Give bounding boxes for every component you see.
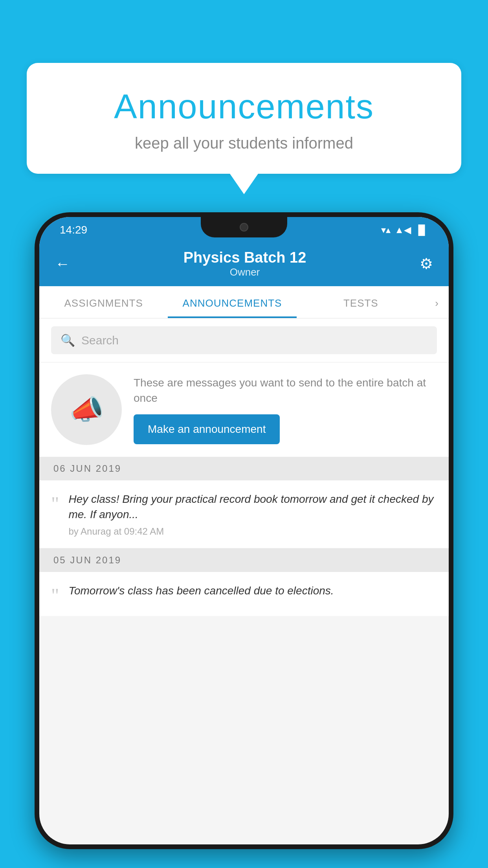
announcement-item-2[interactable]: " Tomorrow's class has been cancelled du…: [39, 572, 449, 616]
promo-right: These are messages you want to send to t…: [134, 375, 437, 444]
phone-screen: 14:29 ▾▴ ▲◀ ▐▌ ← Physics Batch 12 Owner …: [39, 217, 449, 844]
tab-tests[interactable]: TESTS: [297, 286, 425, 318]
wifi-icon: ▾▴: [381, 224, 391, 235]
search-placeholder: Search: [81, 334, 119, 347]
announcement-content-2: Tomorrow's class has been cancelled due …: [68, 583, 437, 602]
promo-description: These are messages you want to send to t…: [134, 375, 437, 406]
date-divider-1: 06 JUN 2019: [39, 457, 449, 480]
tab-assignments[interactable]: ASSIGNMENTS: [39, 286, 168, 318]
settings-icon[interactable]: ⚙: [420, 255, 433, 272]
back-button[interactable]: ←: [55, 256, 70, 272]
make-announcement-button[interactable]: Make an announcement: [134, 414, 280, 444]
camera: [240, 223, 248, 232]
phone-frame: 14:29 ▾▴ ▲◀ ▐▌ ← Physics Batch 12 Owner …: [35, 212, 453, 849]
status-time: 14:29: [60, 224, 87, 236]
battery-icon: ▐▌: [415, 224, 428, 235]
app-header: ← Physics Batch 12 Owner ⚙: [39, 240, 449, 286]
announcement-meta-1: by Anurag at 09:42 AM: [68, 526, 437, 537]
megaphone-icon: 📣: [51, 374, 122, 445]
header-center: Physics Batch 12 Owner: [183, 249, 306, 278]
announcement-text-2: Tomorrow's class has been cancelled due …: [68, 583, 437, 598]
announcement-content-1: Hey class! Bring your practical record b…: [68, 491, 437, 537]
header-subtitle: Owner: [183, 266, 306, 278]
phone-notch: [201, 217, 287, 237]
bubble-title: Announcements: [46, 86, 442, 127]
search-container: 🔍 Search: [39, 318, 449, 362]
date-divider-2: 05 JUN 2019: [39, 548, 449, 572]
search-box[interactable]: 🔍 Search: [51, 326, 437, 354]
tab-more[interactable]: ›: [425, 286, 449, 318]
tab-announcements[interactable]: ANNOUNCEMENTS: [168, 286, 296, 318]
header-title: Physics Batch 12: [183, 249, 306, 266]
quote-icon-1: ": [51, 494, 59, 513]
tabs-bar: ASSIGNMENTS ANNOUNCEMENTS TESTS ›: [39, 286, 449, 318]
announcement-promo: 📣 These are messages you want to send to…: [39, 362, 449, 457]
announcement-text-1: Hey class! Bring your practical record b…: [68, 491, 437, 522]
phone-container: 14:29 ▾▴ ▲◀ ▐▌ ← Physics Batch 12 Owner …: [35, 212, 453, 868]
quote-icon-2: ": [51, 585, 59, 605]
speech-bubble-section: Announcements keep all your students inf…: [27, 63, 461, 174]
signal-icon: ▲◀: [394, 224, 411, 235]
bubble-subtitle: keep all your students informed: [46, 134, 442, 152]
announcement-item-1[interactable]: " Hey class! Bring your practical record…: [39, 480, 449, 548]
speech-bubble-card: Announcements keep all your students inf…: [27, 63, 461, 174]
status-icons: ▾▴ ▲◀ ▐▌: [381, 224, 428, 235]
search-icon: 🔍: [61, 333, 75, 347]
